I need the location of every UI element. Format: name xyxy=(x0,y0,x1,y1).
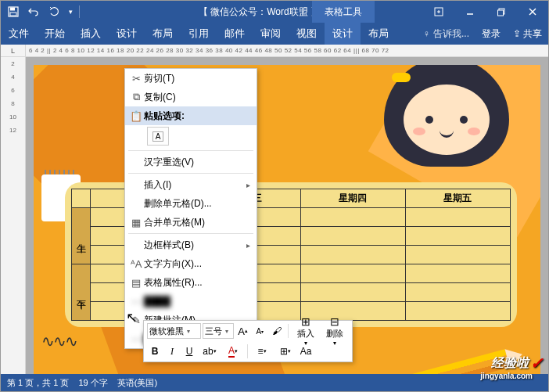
save-button[interactable] xyxy=(4,2,23,21)
qat-customize-button[interactable]: ▾ xyxy=(65,2,76,21)
menu-paste-options[interactable]: 📋粘贴选项: xyxy=(125,106,257,125)
paste-keep-text-button[interactable]: A xyxy=(147,127,169,146)
svg-rect-2 xyxy=(10,13,16,16)
word-count[interactable]: 19 个字 xyxy=(78,377,107,389)
table-header[interactable]: 星期五 xyxy=(405,189,510,208)
vertical-ruler[interactable]: 2 4 6 8 10 12 xyxy=(1,57,26,374)
table-properties-icon: ▤ xyxy=(128,277,144,289)
restore-button[interactable] xyxy=(486,1,517,23)
context-menu: ✂剪切(T) ⧉复制(C) 📋粘贴选项: A 汉字重选(V) 插入(I)▸ 删除… xyxy=(124,68,257,349)
menu-hidden-1[interactable]: ⋯████ xyxy=(125,292,257,311)
girl-illustration xyxy=(376,65,517,182)
table-cell[interactable] xyxy=(405,208,510,227)
tab-references[interactable]: 引用 xyxy=(181,23,217,45)
tell-me-input[interactable]: ♀告诉我... xyxy=(417,27,475,41)
text-direction-icon: ᴬA xyxy=(128,258,144,270)
tab-file[interactable]: 文件 xyxy=(1,23,37,45)
menu-ime-reconvert[interactable]: 汉字重选(V) xyxy=(125,153,257,171)
status-bar: 第 1 页，共 1 页 19 个字 英语(美国) xyxy=(1,374,548,391)
mini-toolbar: 微软雅黑▾ 三号▾ A▴ A▾ 🖌 ⊞插入▾ ⊟删除▾ B I U ab▾ A▾… xyxy=(143,320,353,362)
comment-icon: ✎ xyxy=(128,315,144,326)
tab-review[interactable]: 审阅 xyxy=(253,23,289,45)
grow-font-button[interactable]: A▴ xyxy=(235,323,251,339)
menu-copy[interactable]: ⧉复制(C) xyxy=(125,88,257,106)
highlight-button[interactable]: ab▾ xyxy=(199,343,221,359)
table-cell[interactable] xyxy=(300,227,405,246)
close-button[interactable] xyxy=(517,1,548,23)
table-cell[interactable] xyxy=(405,227,510,246)
submenu-arrow-icon: ▸ xyxy=(246,241,250,250)
ribbon-tabs: 文件 开始 插入 设计 布局 引用 邮件 审阅 视图 设计 布局 ♀告诉我...… xyxy=(1,23,548,45)
tab-view[interactable]: 视图 xyxy=(289,23,325,45)
table-rowhead-am[interactable]: 上午 xyxy=(72,208,91,264)
menu-cut[interactable]: ✂剪切(T) xyxy=(125,69,257,88)
table-cell[interactable] xyxy=(405,302,510,321)
svg-rect-6 xyxy=(498,10,504,16)
tab-selector[interactable]: L xyxy=(1,45,26,56)
insert-button[interactable]: ⊞插入▾ xyxy=(292,315,320,347)
quick-access-toolbar: ▾ xyxy=(1,2,84,21)
borders-button[interactable]: ⊞▾ xyxy=(274,343,296,359)
table-header[interactable]: 星期四 xyxy=(300,189,405,208)
tab-table-design[interactable]: 设计 xyxy=(325,23,361,45)
shrink-font-button[interactable]: A▾ xyxy=(252,323,267,339)
font-color-button[interactable]: A▾ xyxy=(222,343,244,359)
italic-button[interactable]: I xyxy=(164,343,180,359)
tab-design[interactable]: 设计 xyxy=(109,23,145,45)
menu-insert[interactable]: 插入(I)▸ xyxy=(125,175,257,194)
table-rowhead-pm[interactable]: 下午 xyxy=(72,264,91,321)
borders-icon: ⊞ xyxy=(280,346,288,357)
horizontal-ruler[interactable]: L 6 4 2 || 2 4 6 8 10 12 14 16 18 20 22 … xyxy=(1,45,548,57)
table-cell[interactable] xyxy=(300,283,405,302)
insert-icon: ⊞ xyxy=(301,315,310,328)
menu-border-styles[interactable]: 边框样式(B)▸ xyxy=(125,236,257,254)
table-header[interactable] xyxy=(72,189,91,208)
undo-button[interactable] xyxy=(24,2,43,21)
font-name-combo[interactable]: 微软雅黑▾ xyxy=(147,323,201,339)
styles-button[interactable]: Aa xyxy=(298,343,314,359)
spring-illustration: ∿∿∿ xyxy=(41,332,77,351)
ribbon-display-button[interactable] xyxy=(423,1,454,23)
svg-rect-1 xyxy=(10,8,15,11)
tab-layout[interactable]: 布局 xyxy=(145,23,181,45)
menu-text-direction[interactable]: ᴬA文字方向(X)... xyxy=(125,254,257,273)
check-icon: ✓ xyxy=(530,354,544,372)
menu-delete-cells[interactable]: 删除单元格(D)... xyxy=(125,194,257,213)
table-cell[interactable] xyxy=(405,264,510,283)
table-cell[interactable] xyxy=(405,246,510,264)
table-cell[interactable] xyxy=(300,246,405,264)
language-indicator[interactable]: 英语(美国) xyxy=(117,377,157,389)
tab-home[interactable]: 开始 xyxy=(37,23,73,45)
paste-options-row: A xyxy=(125,125,257,149)
delete-button[interactable]: ⊟删除▾ xyxy=(321,315,349,347)
underline-button[interactable]: U xyxy=(181,343,197,359)
lightbulb-icon: ♀ xyxy=(423,28,430,39)
sign-in-button[interactable]: 登录 xyxy=(475,27,507,41)
align-button[interactable]: ≡▾ xyxy=(251,343,273,359)
tab-mailings[interactable]: 邮件 xyxy=(217,23,253,45)
table-cell[interactable] xyxy=(405,283,510,302)
redo-button[interactable] xyxy=(45,2,63,21)
brush-icon: 🖌 xyxy=(272,325,282,336)
delete-icon: ⊟ xyxy=(330,315,339,328)
share-icon: ⇪ xyxy=(513,28,521,39)
share-button[interactable]: ⇪共享 xyxy=(507,27,548,41)
submenu-arrow-icon: ▸ xyxy=(246,181,250,189)
minimize-button[interactable] xyxy=(454,1,486,23)
tab-table-layout[interactable]: 布局 xyxy=(361,23,396,45)
format-painter-button[interactable]: 🖌 xyxy=(269,323,285,339)
merge-cells-icon: ▦ xyxy=(128,217,144,228)
title-bar: ▾ 【 微信公众号：Word联盟 】 - Word 表格工具 xyxy=(1,1,548,23)
watermark: 经验啦 ✓ jingyanla.com xyxy=(491,354,544,372)
tab-insert[interactable]: 插入 xyxy=(73,23,109,45)
table-tools-tab-label: 表格工具 xyxy=(312,1,375,23)
table-cell[interactable] xyxy=(300,264,405,283)
page-indicator[interactable]: 第 1 页，共 1 页 xyxy=(7,377,69,389)
table-cell[interactable] xyxy=(300,208,405,227)
font-size-combo[interactable]: 三号▾ xyxy=(203,323,234,339)
menu-merge-cells[interactable]: ▦合并单元格(M) xyxy=(125,213,257,232)
styles-icon: Aa xyxy=(300,346,312,357)
bold-button[interactable]: B xyxy=(147,343,163,359)
align-icon: ≡ xyxy=(257,346,263,357)
menu-table-properties[interactable]: ▤表格属性(R)... xyxy=(125,273,257,292)
